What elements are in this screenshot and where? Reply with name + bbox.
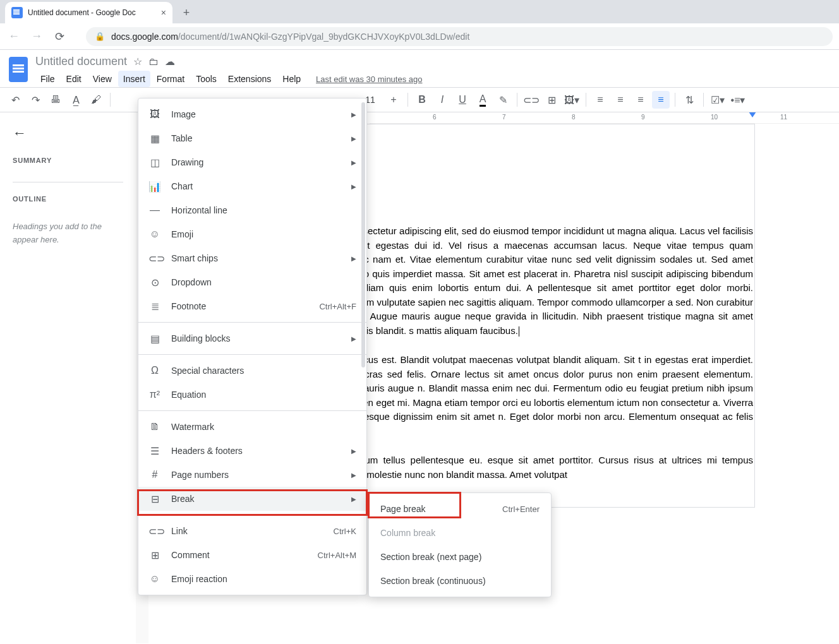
highlight-button[interactable]: ✎ bbox=[494, 91, 512, 109]
url-bar[interactable]: 🔒 docs.google.com/document/d/1wANQkil-Gz… bbox=[86, 27, 833, 46]
spellcheck-button[interactable]: A̲ bbox=[67, 91, 85, 109]
align-justify-button[interactable]: ≡ bbox=[652, 91, 670, 109]
drawing-icon: ◫ bbox=[148, 157, 161, 169]
submenu-arrow-icon: ▶ bbox=[351, 159, 356, 166]
smart-chips-icon: ⊂⊃ bbox=[148, 253, 161, 265]
submenu-arrow-icon: ▶ bbox=[351, 472, 356, 479]
docs-logo[interactable] bbox=[6, 55, 30, 84]
insert-menu-page-numbers[interactable]: #Page numbers▶ bbox=[138, 463, 366, 487]
align-right-button[interactable]: ≡ bbox=[632, 91, 649, 109]
outline-empty-note: Headings you add to the appear here. bbox=[13, 220, 123, 247]
menu-file[interactable]: File bbox=[35, 71, 60, 87]
browser-tab-strip: Untitled document - Google Doc × + bbox=[0, 0, 839, 23]
align-center-button[interactable]: ≡ bbox=[612, 91, 629, 109]
insert-menu-dropdown: 🖼Image▶▦Table▶◫Drawing▶📊Chart▶—Horizonta… bbox=[138, 98, 367, 595]
insert-menu-image[interactable]: 🖼Image▶ bbox=[138, 102, 366, 126]
italic-button[interactable]: I bbox=[433, 91, 451, 109]
outline-sidebar: ← SUMMARY OUTLINE Headings you add to th… bbox=[0, 112, 136, 643]
menu-help[interactable]: Help bbox=[277, 71, 306, 87]
menu-tools[interactable]: Tools bbox=[191, 71, 222, 87]
url-text: docs.google.com/document/d/1wANQkil-GzgY… bbox=[111, 32, 469, 42]
insert-menu-special-characters[interactable]: ΩSpecial characters bbox=[138, 359, 366, 383]
menu-extensions[interactable]: Extensions bbox=[223, 71, 276, 87]
menu-insert[interactable]: Insert bbox=[118, 71, 150, 87]
redo-button[interactable]: ↷ bbox=[27, 91, 44, 109]
paint-format-button[interactable]: 🖌 bbox=[87, 91, 105, 109]
font-size-up[interactable]: + bbox=[385, 91, 402, 109]
bullet-list-button[interactable]: •≡▾ bbox=[729, 91, 747, 109]
document-title[interactable]: Untitled document bbox=[35, 55, 127, 68]
insert-menu-table[interactable]: ▦Table▶ bbox=[138, 126, 366, 150]
insert-menu-break[interactable]: ⊟Break▶ bbox=[138, 487, 366, 511]
outline-heading: OUTLINE bbox=[13, 182, 123, 203]
submenu-arrow-icon: ▶ bbox=[351, 111, 356, 118]
break-submenu-section-break-continuous-[interactable]: Section break (continuous) bbox=[369, 569, 551, 593]
break-submenu-section-break-next-page-[interactable]: Section break (next page) bbox=[369, 545, 551, 569]
break-submenu-page-break[interactable]: Page breakCtrl+Enter bbox=[369, 497, 551, 521]
insert-menu-horizontal-line[interactable]: —Horizontal line bbox=[138, 198, 366, 222]
bold-button[interactable]: B bbox=[413, 91, 431, 109]
forward-button[interactable]: → bbox=[29, 30, 44, 43]
emoji-reaction-icon: ☺ bbox=[148, 573, 161, 585]
page-numbers-icon: # bbox=[148, 469, 161, 480]
cloud-status-icon[interactable]: ☁ bbox=[165, 56, 175, 68]
horizontal-ruler: 6 7 8 9 10 11 bbox=[370, 112, 839, 124]
docs-header: Untitled document ☆ 🗀 ☁ File Edit View I… bbox=[0, 50, 839, 87]
submenu-arrow-icon: ▶ bbox=[351, 335, 356, 342]
dropdown-icon: ⊙ bbox=[148, 277, 161, 289]
image-icon: 🖼 bbox=[148, 109, 161, 120]
submenu-arrow-icon: ▶ bbox=[351, 183, 356, 190]
special-characters-icon: Ω bbox=[148, 365, 161, 376]
reload-button[interactable]: ⟳ bbox=[52, 30, 67, 44]
footnote-icon: ≣ bbox=[148, 301, 161, 313]
star-icon[interactable]: ☆ bbox=[133, 56, 142, 68]
insert-menu-drawing[interactable]: ◫Drawing▶ bbox=[138, 150, 366, 174]
align-left-button[interactable]: ≡ bbox=[591, 91, 609, 109]
insert-menu-building-blocks[interactable]: ▤Building blocks▶ bbox=[138, 326, 366, 350]
collapse-outline-button[interactable]: ← bbox=[13, 125, 123, 141]
building-blocks-icon: ▤ bbox=[148, 333, 161, 345]
menu-bar: File Edit View Insert Format Tools Exten… bbox=[35, 71, 423, 87]
link-button[interactable]: ⊂⊃ bbox=[522, 91, 540, 109]
docs-favicon bbox=[11, 7, 23, 18]
submenu-arrow-icon: ▶ bbox=[351, 135, 356, 142]
insert-menu-smart-chips[interactable]: ⊂⊃Smart chips▶ bbox=[138, 246, 366, 270]
tab-title: Untitled document - Google Doc bbox=[28, 8, 156, 17]
move-icon[interactable]: 🗀 bbox=[148, 56, 159, 68]
last-edit-link[interactable]: Last edit was 30 minutes ago bbox=[316, 75, 422, 84]
break-submenu-column-break: Column break bbox=[369, 521, 551, 545]
insert-image-button[interactable]: 🖼▾ bbox=[563, 91, 581, 109]
new-tab-button[interactable]: + bbox=[178, 4, 195, 21]
lock-icon: 🔒 bbox=[95, 32, 105, 41]
insert-menu-emoji[interactable]: ☺Emoji bbox=[138, 222, 366, 246]
insert-menu-link[interactable]: ⊂⊃LinkCtrl+K bbox=[138, 519, 366, 543]
insert-menu-watermark[interactable]: 🗎Watermark bbox=[138, 415, 366, 439]
insert-menu-headers-footers[interactable]: ☰Headers & footers▶ bbox=[138, 439, 366, 463]
summary-heading: SUMMARY bbox=[13, 157, 123, 164]
comment-button[interactable]: ⊞ bbox=[543, 91, 560, 109]
undo-button[interactable]: ↶ bbox=[6, 91, 24, 109]
underline-button[interactable]: U bbox=[454, 91, 471, 109]
insert-menu-emoji-reaction[interactable]: ☺Emoji reaction bbox=[138, 567, 366, 591]
browser-tab[interactable]: Untitled document - Google Doc × bbox=[5, 2, 172, 23]
menu-view[interactable]: View bbox=[88, 71, 117, 87]
print-button[interactable]: 🖶 bbox=[47, 91, 64, 109]
back-button[interactable]: ← bbox=[6, 30, 21, 43]
text-color-button[interactable]: A bbox=[474, 91, 492, 109]
break-submenu: Page breakCtrl+EnterColumn breakSection … bbox=[368, 492, 552, 597]
right-indent-marker[interactable] bbox=[749, 112, 756, 117]
checklist-button[interactable]: ☑▾ bbox=[709, 91, 727, 109]
menu-edit[interactable]: Edit bbox=[61, 71, 87, 87]
insert-menu-chart[interactable]: 📊Chart▶ bbox=[138, 174, 366, 198]
close-tab-icon[interactable]: × bbox=[161, 8, 166, 18]
insert-menu-comment[interactable]: ⊞CommentCtrl+Alt+M bbox=[138, 543, 366, 567]
address-bar: ← → ⟳ 🔒 docs.google.com/document/d/1wANQ… bbox=[0, 23, 839, 50]
menu-format[interactable]: Format bbox=[152, 71, 190, 87]
insert-menu-equation[interactable]: π²Equation bbox=[138, 383, 366, 407]
submenu-arrow-icon: ▶ bbox=[351, 448, 356, 455]
table-icon: ▦ bbox=[148, 133, 161, 145]
insert-menu-footnote[interactable]: ≣FootnoteCtrl+Alt+F bbox=[138, 294, 366, 318]
insert-menu-dropdown[interactable]: ⊙Dropdown bbox=[138, 270, 366, 294]
equation-icon: π² bbox=[148, 389, 161, 400]
line-spacing-button[interactable]: ⇅ bbox=[680, 91, 698, 109]
